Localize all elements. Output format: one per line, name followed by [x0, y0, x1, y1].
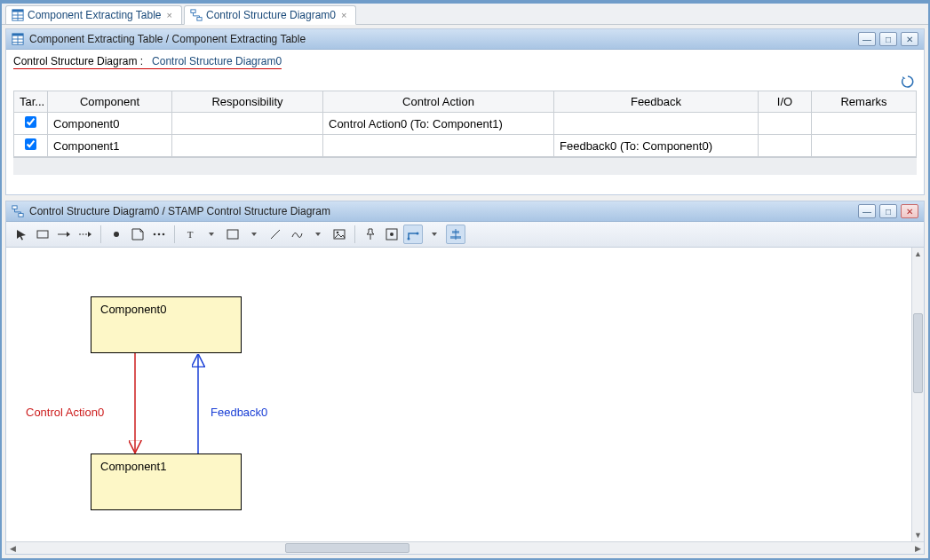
diagram-toolbar: T: [6, 222, 924, 248]
col-feedback[interactable]: Feedback: [554, 91, 759, 113]
tab-control-structure-diagram[interactable]: Control Structure Diagram0 ×: [184, 5, 357, 25]
tool-note[interactable]: [128, 225, 147, 244]
cell-io[interactable]: [759, 113, 812, 135]
target-checkbox[interactable]: [25, 116, 36, 128]
scroll-track[interactable]: [19, 542, 911, 554]
svg-rect-1: [12, 10, 23, 12]
svg-rect-32: [450, 236, 461, 239]
diagram-icon: [12, 205, 24, 217]
maximize-button[interactable]: □: [879, 204, 897, 218]
tool-select[interactable]: [12, 225, 31, 244]
tool-line[interactable]: [266, 225, 285, 244]
tool-pin[interactable]: [361, 225, 380, 244]
cell-remarks[interactable]: [812, 113, 917, 135]
col-control-action[interactable]: Control Action: [323, 91, 554, 113]
col-io[interactable]: I/O: [759, 91, 812, 113]
close-button[interactable]: ✕: [901, 32, 918, 46]
tool-arrow-dashed[interactable]: [76, 225, 95, 244]
scroll-right-arrow[interactable]: ▶: [911, 542, 924, 555]
cell-remarks[interactable]: [812, 135, 917, 157]
tab-label: Component Extracting Table: [28, 9, 162, 21]
cet-panel-titlebar[interactable]: Component Extracting Table / Component E…: [6, 29, 924, 50]
col-component[interactable]: Component: [48, 91, 172, 113]
svg-rect-12: [12, 206, 17, 209]
component-box-c1[interactable]: Component1: [91, 454, 242, 510]
cell-io[interactable]: [759, 135, 812, 157]
tool-image[interactable]: [330, 225, 349, 244]
cet-panel: Component Extracting Table / Component E…: [5, 28, 925, 195]
control-action-label[interactable]: Control Action0: [26, 406, 104, 419]
diagram-panel-titlebar[interactable]: Control Structure Diagram0 / STAMP Contr…: [6, 201, 924, 222]
close-button[interactable]: ✕: [901, 204, 918, 218]
cell-component[interactable]: Component1: [48, 135, 172, 157]
cell-feedback[interactable]: [554, 113, 759, 135]
cell-component[interactable]: Component0: [48, 113, 172, 135]
cell-control-action[interactable]: [323, 135, 554, 157]
component-label: Component0: [100, 303, 166, 316]
tool-component-rect[interactable]: [33, 225, 52, 244]
scroll-left-arrow[interactable]: ◀: [6, 542, 19, 555]
scroll-up-arrow[interactable]: ▲: [912, 248, 924, 260]
target-checkbox[interactable]: [25, 138, 36, 150]
tab-component-extracting-table[interactable]: Component Extracting Table ×: [5, 5, 182, 24]
tool-freehand[interactable]: [287, 225, 306, 244]
tab-label: Control Structure Diagram0: [206, 9, 336, 21]
tool-orthogonal-line[interactable]: [403, 225, 423, 244]
tool-orthogonal-dropdown[interactable]: [425, 225, 444, 244]
tool-text-dropdown[interactable]: [202, 225, 221, 244]
tool-text[interactable]: T: [180, 225, 200, 244]
tool-align[interactable]: [446, 225, 465, 244]
link-prefix: Control Structure Diagram :: [13, 55, 143, 67]
svg-rect-22: [227, 230, 238, 239]
tool-arrow-solid[interactable]: [54, 225, 74, 244]
svg-point-17: [114, 232, 119, 237]
toolbar-separator: [354, 225, 355, 243]
scroll-thumb[interactable]: [913, 313, 923, 393]
svg-rect-5: [191, 10, 195, 13]
diagram-canvas[interactable]: Component0 Component1 Control Action0 Fe…: [6, 248, 911, 541]
component-box-c0[interactable]: Component0: [91, 296, 242, 353]
tab-close-icon[interactable]: ×: [339, 10, 348, 20]
tool-rect[interactable]: [223, 225, 242, 244]
svg-rect-6: [197, 18, 202, 21]
toolbar-separator: [100, 225, 101, 243]
svg-rect-14: [37, 231, 48, 238]
table-row[interactable]: Component1 Feedback0 (To: Component0): [14, 135, 917, 157]
table-footer-spacer: [13, 157, 917, 175]
link-value[interactable]: Control Structure Diagram0: [152, 55, 282, 67]
tool-center[interactable]: [382, 225, 401, 244]
diagram-icon: [190, 9, 203, 21]
col-remarks[interactable]: Remarks: [812, 91, 917, 113]
component-table: Tar... Component Responsibility Control …: [13, 91, 917, 157]
table-icon: [12, 33, 24, 45]
diagram-title-text: Control Structure Diagram0 / STAMP Contr…: [29, 205, 853, 217]
tool-more[interactable]: [149, 225, 169, 244]
tool-rect-dropdown[interactable]: [244, 225, 264, 244]
scroll-thumb[interactable]: [285, 543, 409, 553]
horizontal-scrollbar[interactable]: ◀ ▶: [6, 541, 924, 554]
toolbar-separator: [174, 225, 175, 243]
scroll-down-arrow[interactable]: ▼: [912, 529, 924, 541]
table-icon: [12, 9, 24, 21]
tool-freehand-dropdown[interactable]: [308, 225, 328, 244]
scroll-track[interactable]: [912, 260, 924, 529]
svg-rect-31: [452, 231, 459, 233]
tool-point[interactable]: [107, 225, 126, 244]
minimize-button[interactable]: —: [858, 204, 876, 218]
col-target[interactable]: Tar...: [14, 91, 48, 113]
svg-point-28: [408, 238, 410, 241]
maximize-button[interactable]: □: [879, 32, 897, 46]
cell-feedback[interactable]: Feedback0 (To: Component0): [554, 135, 759, 157]
minimize-button[interactable]: —: [858, 32, 876, 46]
refresh-icon[interactable]: [901, 75, 915, 89]
cell-responsibility[interactable]: [172, 135, 323, 157]
tab-close-icon[interactable]: ×: [165, 10, 174, 20]
cell-control-action[interactable]: Control Action0 (To: Component1): [323, 113, 554, 135]
component-label: Component1: [100, 460, 166, 473]
vertical-scrollbar[interactable]: ▲ ▼: [911, 248, 924, 541]
feedback-label[interactable]: Feedback0: [211, 406, 267, 419]
cell-responsibility[interactable]: [172, 113, 323, 135]
svg-rect-8: [12, 34, 23, 36]
col-responsibility[interactable]: Responsibility: [172, 91, 323, 113]
table-row[interactable]: Component0 Control Action0 (To: Componen…: [14, 113, 917, 135]
